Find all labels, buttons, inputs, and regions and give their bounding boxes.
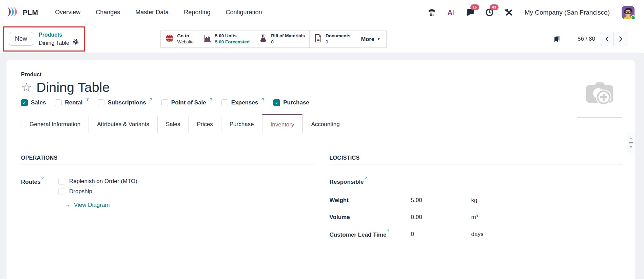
route-dropship-checkbox[interactable]: Dropship xyxy=(58,188,137,195)
checkbox-indicator[interactable]: ✓ xyxy=(21,99,28,106)
checkbox-indicator[interactable] xyxy=(221,99,228,106)
operations-section: OPERATIONS Routes? Replenish on Order (M… xyxy=(21,155,314,248)
globe-icon xyxy=(165,34,174,44)
voip-phone-icon[interactable] xyxy=(427,7,437,18)
app-name: PLM xyxy=(23,8,38,17)
debug-tools-icon[interactable] xyxy=(504,7,514,18)
app-switcher[interactable]: PLM xyxy=(6,6,38,19)
stat-value: 0 xyxy=(271,39,305,45)
documents-button[interactable]: Documents 0 xyxy=(309,31,355,48)
operations-heading: OPERATIONS xyxy=(21,155,314,164)
breadcrumb-products-link[interactable]: Products xyxy=(39,31,79,39)
help-icon: ? xyxy=(365,176,367,180)
scroll-up-icon[interactable]: ▲ xyxy=(629,137,633,140)
breadcrumb: Products Dining Table xyxy=(39,31,79,47)
messages-icon[interactable]: 16 xyxy=(465,7,475,18)
menu-changes[interactable]: Changes xyxy=(96,9,120,16)
navbar-systray: AI 16 43 My Company (San Francisc xyxy=(427,6,635,19)
product-title[interactable]: Dining Table xyxy=(36,80,110,95)
tab-purchase[interactable]: Purchase xyxy=(221,116,262,133)
chevron-right-icon xyxy=(619,36,623,42)
activities-clock-icon[interactable]: 43 xyxy=(485,7,495,18)
content-background: Product ☆ Dining Table ✓ Sales Rental ? … xyxy=(0,53,644,279)
inventory-tab-content: OPERATIONS Routes? Replenish on Order (M… xyxy=(21,155,622,248)
settings-gear-icon[interactable] xyxy=(73,39,79,47)
messages-badge: 16 xyxy=(470,4,479,10)
more-button[interactable]: More ▼ xyxy=(355,31,386,48)
ai-assistant-icon[interactable]: AI xyxy=(446,7,456,18)
stat-value: 0 xyxy=(326,39,351,45)
menu-configuration[interactable]: Configuration xyxy=(226,9,262,16)
tab-accounting[interactable]: Accounting xyxy=(303,116,348,133)
checkbox-sales[interactable]: ✓ Sales xyxy=(21,99,46,106)
document-icon xyxy=(314,34,322,44)
tab-inventory[interactable]: Inventory xyxy=(262,114,303,133)
tab-sales[interactable]: Sales xyxy=(157,116,189,133)
units-forecasted-button[interactable]: 5.00 Units 5.00 Forecasted xyxy=(198,31,254,48)
stat-button-group: Go to Website 5.00 Units 5.00 Forecasted xyxy=(160,31,387,48)
odoo-logo-icon xyxy=(6,6,18,19)
responsible-label: Responsible? xyxy=(330,178,411,185)
annotation-highlight-box: New Products Dining Table xyxy=(3,26,85,52)
pager-counter[interactable]: 56 / 80 xyxy=(578,36,595,42)
checkbox-indicator[interactable]: ✓ xyxy=(273,99,280,106)
help-icon: ? xyxy=(86,97,89,101)
checkbox-rental[interactable]: Rental ? xyxy=(55,99,89,106)
user-avatar[interactable] xyxy=(622,6,635,19)
checkbox-indicator[interactable] xyxy=(58,178,65,185)
company-selector[interactable]: My Company (San Francisco) xyxy=(525,9,610,16)
checkbox-point-of-sale[interactable]: Point of Sale ? xyxy=(161,99,212,106)
form-scroll-widget: ▲ ▼ xyxy=(627,132,635,154)
go-to-website-button[interactable]: Go to Website xyxy=(160,31,199,48)
stat-label: Go to xyxy=(177,33,194,39)
checkbox-indicator[interactable] xyxy=(58,188,65,195)
volume-unit: m³ xyxy=(471,214,478,221)
route-replenish-mto-checkbox[interactable]: Replenish on Order (MTO) xyxy=(58,178,137,185)
weight-unit: kg xyxy=(471,197,477,204)
menu-reporting[interactable]: Reporting xyxy=(184,9,210,16)
weight-label: Weight xyxy=(330,197,411,204)
chevron-left-icon xyxy=(605,36,609,42)
checkbox-indicator[interactable] xyxy=(98,99,104,106)
favorite-star-icon[interactable]: ☆ xyxy=(21,81,32,94)
bill-of-materials-button[interactable]: Bill of Materials 0 xyxy=(254,31,310,48)
form-tab-bar: General Information Attributes & Variant… xyxy=(6,114,635,133)
product-flags-row: ✓ Sales Rental ? Subscriptions ? Point o… xyxy=(21,99,622,106)
pager-next-button[interactable] xyxy=(613,32,627,46)
new-button[interactable]: New xyxy=(9,32,33,46)
customer-lead-time-unit: days xyxy=(471,231,484,238)
help-icon: ? xyxy=(210,97,212,101)
control-panel: New Products Dining Table xyxy=(0,25,644,53)
weight-value[interactable]: 5.00 xyxy=(411,197,471,204)
help-icon: ? xyxy=(150,97,152,101)
menu-overview[interactable]: Overview xyxy=(55,9,80,16)
menu-master-data[interactable]: Master Data xyxy=(135,9,169,16)
volume-label: Volume xyxy=(330,214,411,221)
scroll-thumb[interactable] xyxy=(629,142,633,143)
area-chart-icon xyxy=(203,34,212,44)
checkbox-subscriptions[interactable]: Subscriptions ? xyxy=(98,99,152,106)
view-diagram-link[interactable]: → View Diagram xyxy=(64,201,137,208)
tab-attributes-variants[interactable]: Attributes & Variants xyxy=(89,116,157,133)
help-icon: ? xyxy=(387,229,389,233)
tab-general-information[interactable]: General Information xyxy=(21,116,89,133)
flask-icon xyxy=(259,34,268,44)
scroll-down-icon[interactable]: ▼ xyxy=(629,145,633,149)
help-icon: ? xyxy=(262,97,264,101)
bookmark-icon[interactable] xyxy=(553,35,561,43)
product-image-placeholder[interactable] xyxy=(577,71,622,118)
customer-lead-time-label: Customer Lead Time? xyxy=(330,231,411,238)
checkbox-purchase[interactable]: ✓ Purchase xyxy=(273,99,309,106)
checkbox-indicator[interactable] xyxy=(161,99,168,106)
stat-value: Website xyxy=(177,39,194,45)
checkbox-indicator[interactable] xyxy=(55,99,62,106)
volume-value[interactable]: 0.00 xyxy=(411,214,471,221)
stat-label: Bill of Materials xyxy=(271,33,305,39)
tab-prices[interactable]: Prices xyxy=(188,116,221,133)
checkbox-expenses[interactable]: Expenses ? xyxy=(221,99,264,106)
help-icon: ? xyxy=(41,176,44,180)
pager-previous-button[interactable] xyxy=(600,32,614,46)
routes-label: Routes? xyxy=(21,178,58,185)
customer-lead-time-value[interactable]: 0 xyxy=(411,231,471,238)
online-status-dot xyxy=(631,15,636,20)
